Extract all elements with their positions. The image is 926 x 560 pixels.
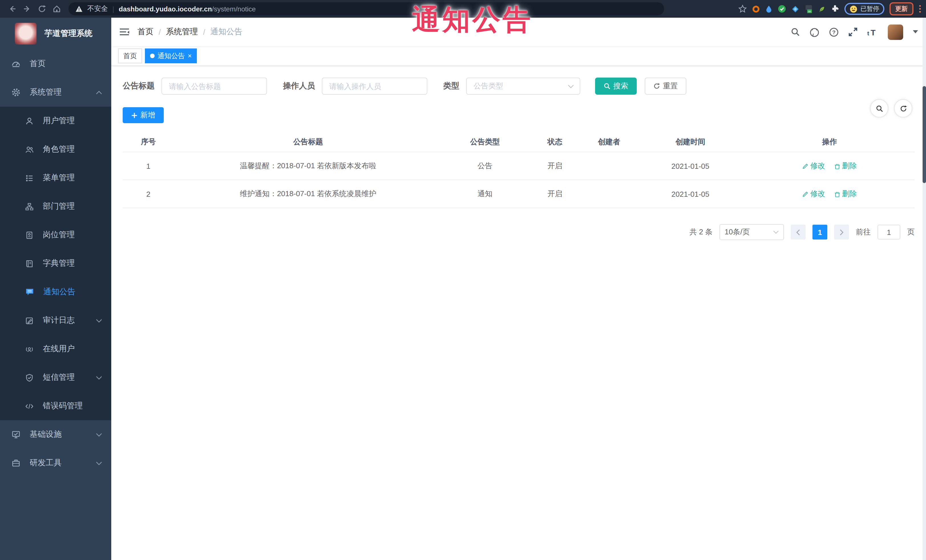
breadcrumb-home[interactable]: 首页	[138, 27, 153, 37]
kebab-menu-icon[interactable]	[918, 5, 921, 13]
browser-chrome: 不安全 | dashboard.yudao.iocoder.cn/system/…	[0, 0, 926, 18]
refresh-table-button[interactable]	[894, 99, 912, 118]
toggle-search-button[interactable]	[870, 99, 888, 118]
sidebar-item-notices[interactable]: 通知公告	[0, 278, 111, 306]
search-icon[interactable]	[791, 27, 800, 36]
bookmark-star-icon[interactable]	[738, 5, 747, 13]
sidebar-item-online-users[interactable]: 在线用户	[0, 335, 111, 363]
extensions-puzzle-icon[interactable]	[831, 5, 839, 13]
browser-home-button[interactable]	[49, 2, 64, 16]
title-filter-input[interactable]	[162, 77, 267, 95]
edit-pencil-icon	[802, 191, 808, 197]
cell-status: 开启	[528, 189, 582, 199]
extension-dark-on-badge-icon[interactable]: on	[805, 4, 813, 14]
search-icon	[604, 83, 610, 89]
help-icon[interactable]: ?	[829, 27, 839, 37]
delete-link[interactable]: 删除	[834, 189, 857, 199]
cell-type: 通知	[442, 189, 528, 199]
sidebar-item-roles[interactable]: 角色管理	[0, 135, 111, 164]
sidebar-item-menus[interactable]: 菜单管理	[0, 164, 111, 192]
page-scrollbar[interactable]	[923, 18, 926, 560]
page-size-select[interactable]: 10条/页	[719, 224, 784, 240]
sidebar-item-dev-tools[interactable]: 研发工具	[0, 449, 111, 477]
col-status: 状态	[528, 137, 582, 147]
table-toolbar	[870, 99, 912, 118]
caret-down-icon[interactable]	[913, 30, 918, 34]
sidebar-item-home[interactable]: 首页	[0, 50, 111, 78]
sidebar-item-posts[interactable]: 岗位管理	[0, 221, 111, 249]
browser-forward-button[interactable]	[20, 2, 34, 16]
sidebar-item-audit-logs[interactable]: 审计日志	[0, 306, 111, 335]
sidebar-item-label: 字典管理	[43, 258, 75, 269]
refresh-icon	[653, 83, 660, 89]
sidebar-item-sms[interactable]: 短信管理	[0, 363, 111, 392]
chevron-down-icon	[96, 376, 102, 379]
error-code-icon	[25, 402, 34, 410]
font-size-icon[interactable]: tT	[867, 28, 878, 36]
emoji-face-icon	[850, 5, 858, 13]
sms-icon	[25, 373, 34, 382]
type-filter-label: 类型	[443, 81, 459, 91]
sidebar-item-departments[interactable]: 部门管理	[0, 192, 111, 221]
operator-filter-input[interactable]	[322, 77, 427, 95]
goto-page-input[interactable]	[878, 225, 900, 240]
extension-green-circle-icon[interactable]	[778, 5, 786, 13]
extension-green-leaf-icon[interactable]	[818, 5, 826, 13]
pagination: 共 2 条 10条/页 1 前往 页	[123, 224, 915, 240]
add-button[interactable]: 新增	[123, 107, 164, 123]
cell-actions: 修改 删除	[744, 161, 915, 171]
tab-close-icon[interactable]: ×	[188, 53, 192, 59]
back-icon	[8, 5, 16, 13]
browser-reload-button[interactable]	[34, 2, 49, 16]
github-icon[interactable]	[809, 27, 819, 37]
profile-paused-badge[interactable]: 已暂停	[844, 3, 884, 15]
user-avatar[interactable]	[888, 24, 903, 40]
sidebar-item-label: 用户管理	[43, 116, 75, 126]
reset-button[interactable]: 重置	[645, 77, 686, 95]
scrollbar-thumb[interactable]	[923, 86, 926, 183]
prev-page-button[interactable]	[791, 225, 806, 240]
sidebar-item-users[interactable]: 用户管理	[0, 107, 111, 135]
edit-link[interactable]: 修改	[802, 161, 825, 171]
table-row: 1 温馨提醒：2018-07-01 若依新版本发布啦 公告 开启 2021-01…	[123, 152, 915, 180]
cell-title: 温馨提醒：2018-07-01 若依新版本发布啦	[174, 161, 442, 171]
svg-text:T: T	[871, 28, 876, 36]
sidebar-item-infrastructure[interactable]: 基础设施	[0, 420, 111, 449]
breadcrumb-system[interactable]: 系统管理	[166, 27, 198, 37]
sidebar-item-label: 菜单管理	[43, 173, 75, 183]
sidebar-item-dictionaries[interactable]: 字典管理	[0, 249, 111, 278]
sidebar-item-label: 部门管理	[43, 201, 75, 211]
app-title: 芋道管理系统	[44, 29, 92, 39]
type-filter-select[interactable]: 公告类型	[466, 77, 580, 95]
page-content: 公告标题 操作人员 类型 公告类型 搜索 重置	[111, 66, 926, 560]
page-unit-label: 页	[907, 227, 915, 237]
address-bar[interactable]: 不安全 | dashboard.yudao.iocoder.cn/system/…	[68, 2, 664, 15]
delete-link[interactable]: 删除	[834, 161, 857, 171]
extension-blue-drop-icon[interactable]	[765, 5, 773, 13]
sidebar-item-error-codes[interactable]: 错误码管理	[0, 392, 111, 420]
sidebar-item-system[interactable]: 系统管理	[0, 78, 111, 107]
edit-link[interactable]: 修改	[802, 189, 825, 199]
next-page-button[interactable]	[834, 225, 849, 240]
menu-tree-icon	[25, 174, 34, 182]
search-button[interactable]: 搜索	[595, 77, 637, 95]
sidebar-fold-icon[interactable]	[119, 27, 130, 36]
chevron-down-icon	[96, 318, 102, 323]
trash-icon	[834, 191, 840, 197]
app-logo-row[interactable]: 芋道管理系统	[0, 18, 111, 50]
extension-orange-ring-icon[interactable]	[752, 5, 760, 13]
extension-blue-diamond-icon[interactable]	[791, 5, 799, 13]
current-page-button[interactable]: 1	[813, 225, 827, 240]
top-navbar: 首页 / 系统管理 / 通知公告 ? tT	[111, 18, 926, 46]
tab-home[interactable]: 首页	[118, 48, 142, 63]
browser-back-button[interactable]	[5, 2, 20, 16]
fullscreen-icon[interactable]	[849, 27, 858, 36]
browser-update-button[interactable]: 更新	[890, 2, 914, 15]
forward-icon	[23, 5, 31, 13]
gear-icon	[11, 88, 21, 97]
sidebar-item-label: 首页	[30, 59, 45, 69]
operator-filter-label: 操作人员	[283, 81, 315, 91]
tab-notices[interactable]: 通知公告 ×	[145, 48, 197, 63]
breadcrumb-current: 通知公告	[210, 27, 242, 37]
online-users-icon	[25, 345, 34, 353]
